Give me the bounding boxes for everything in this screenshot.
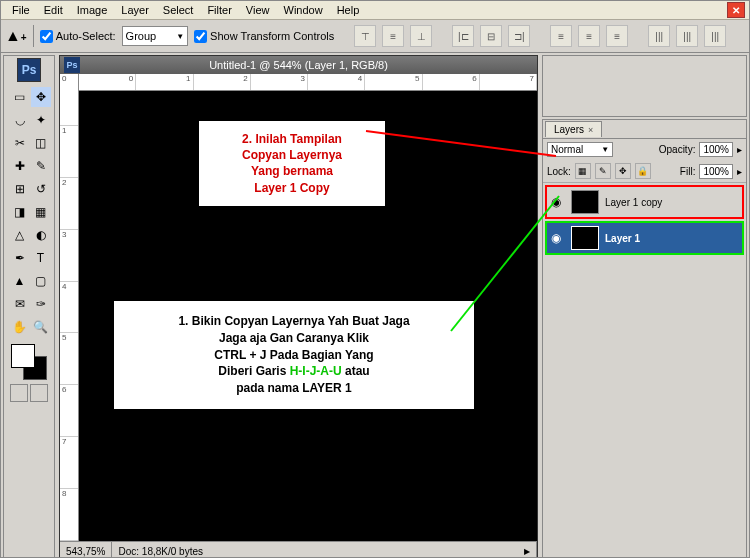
eyedropper-tool[interactable]: ✑: [30, 293, 52, 315]
vertical-ruler: 0 1 2 3 4 5 6 7 8: [60, 74, 79, 541]
lasso-tool[interactable]: ◡: [9, 109, 31, 131]
zoom-tool[interactable]: 🔍: [30, 316, 52, 338]
menu-select[interactable]: Select: [156, 2, 201, 18]
align-vcenter-icon[interactable]: ≡: [382, 25, 404, 47]
marquee-tool[interactable]: ▭: [9, 86, 31, 108]
document-window: Ps Untitled-1 @ 544% (Layer 1, RGB/8) 0 …: [59, 55, 538, 558]
fill-value[interactable]: 100%: [699, 164, 733, 179]
document-area: Ps Untitled-1 @ 544% (Layer 1, RGB/8) 0 …: [57, 53, 540, 558]
menu-window[interactable]: Window: [277, 2, 330, 18]
layer-name[interactable]: Layer 1 copy: [605, 197, 662, 208]
show-transform-input[interactable]: [194, 30, 207, 43]
doc-ps-icon: Ps: [64, 57, 80, 73]
hand-tool[interactable]: ✋: [9, 316, 31, 338]
fill-label: Fill:: [680, 166, 696, 177]
tab-layers[interactable]: Layers×: [545, 121, 602, 137]
horizontal-ruler: 0 1 2 3 4 5 6 7: [79, 74, 537, 91]
eraser-tool[interactable]: ◨: [9, 201, 31, 223]
align-left-icon[interactable]: |⊏: [452, 25, 474, 47]
auto-select-input[interactable]: [40, 30, 53, 43]
opacity-label: Opacity:: [659, 144, 696, 155]
menu-image[interactable]: Image: [70, 2, 115, 18]
layer-thumbnail[interactable]: [571, 190, 599, 214]
lock-transparency-icon[interactable]: ▦: [575, 163, 591, 179]
blur-tool[interactable]: △: [9, 224, 31, 246]
menu-view[interactable]: View: [239, 2, 277, 18]
brush-tool[interactable]: ✎: [30, 155, 52, 177]
auto-select-label: Auto-Select:: [56, 30, 116, 42]
menu-layer[interactable]: Layer: [114, 2, 156, 18]
dodge-tool[interactable]: ◐: [30, 224, 52, 246]
layer-thumbnail[interactable]: [571, 226, 599, 250]
history-brush-tool[interactable]: ↺: [30, 178, 52, 200]
layer-item-layer1copy[interactable]: ◉ Layer 1 copy: [545, 185, 744, 219]
document-titlebar[interactable]: Ps Untitled-1 @ 544% (Layer 1, RGB/8): [60, 56, 537, 74]
opacity-value[interactable]: 100%: [699, 142, 733, 157]
app-window: ✕ File Edit Image Layer Select Filter Vi…: [0, 0, 750, 558]
lock-position-icon[interactable]: ✥: [615, 163, 631, 179]
slice-tool[interactable]: ◫: [30, 132, 52, 154]
move-tool[interactable]: ✥: [30, 86, 52, 108]
auto-select-type-value: Group: [126, 30, 157, 42]
color-swatches[interactable]: [11, 344, 47, 380]
menu-filter[interactable]: Filter: [200, 2, 238, 18]
foreground-color[interactable]: [11, 344, 35, 368]
distribute-top-icon[interactable]: ≡: [550, 25, 572, 47]
magic-wand-tool[interactable]: ✦: [30, 109, 52, 131]
auto-select-checkbox[interactable]: Auto-Select:: [40, 30, 116, 43]
lock-pixels-icon[interactable]: ✎: [595, 163, 611, 179]
show-transform-label: Show Transform Controls: [210, 30, 334, 42]
toolbox: Ps ▭ ✥ ◡ ✦ ✂ ◫ ✚ ✎ ⊞ ↺ ◨ ▦ △ ◐ ✒ T ▲ ▢ ✉: [3, 55, 55, 558]
chevron-right-icon[interactable]: ▸: [737, 166, 742, 177]
blend-mode-combo[interactable]: Normal▼: [547, 142, 613, 157]
doc-info-readout[interactable]: Doc: 18,8K/0 bytes ▶: [112, 542, 537, 558]
stamp-tool[interactable]: ⊞: [9, 178, 31, 200]
healing-brush-tool[interactable]: ✚: [9, 155, 31, 177]
align-bottom-icon[interactable]: ⊥: [410, 25, 432, 47]
visibility-toggle-icon[interactable]: ◉: [551, 231, 565, 245]
canvas[interactable]: 2. Inilah Tampilan Copyan Layernya Yang …: [79, 91, 537, 541]
layer-name[interactable]: Layer 1: [605, 233, 640, 244]
menu-edit[interactable]: Edit: [37, 2, 70, 18]
layers-list: ◉ Layer 1 copy ◉ Layer 1: [543, 183, 746, 259]
distribute-bottom-icon[interactable]: ≡: [606, 25, 628, 47]
distribute-vcenter-icon[interactable]: ≡: [578, 25, 600, 47]
align-top-icon[interactable]: ⊤: [354, 25, 376, 47]
zoom-readout[interactable]: 543,75%: [60, 542, 112, 558]
distribute-hcenter-icon[interactable]: |||: [676, 25, 698, 47]
annotation-note-2: 2. Inilah Tampilan Copyan Layernya Yang …: [199, 121, 385, 206]
gradient-tool[interactable]: ▦: [30, 201, 52, 223]
menu-file[interactable]: File: [5, 2, 37, 18]
quickmask-icon[interactable]: [10, 384, 28, 402]
visibility-toggle-icon[interactable]: ◉: [551, 195, 565, 209]
pen-tool[interactable]: ✒: [9, 247, 31, 269]
shape-tool[interactable]: ▢: [30, 270, 52, 292]
show-transform-checkbox[interactable]: Show Transform Controls: [194, 30, 334, 43]
chevron-down-icon: ▼: [601, 145, 609, 154]
annotation-note-1: 1. Bikin Copyan Layernya Yah Buat Jaga J…: [114, 301, 474, 409]
align-right-icon[interactable]: ⊐|: [508, 25, 530, 47]
window-close-button[interactable]: ✕: [727, 2, 745, 18]
separator: [33, 25, 34, 47]
align-hcenter-icon[interactable]: ⊟: [480, 25, 502, 47]
screenmode-icon[interactable]: [30, 384, 48, 402]
lock-label: Lock:: [547, 166, 571, 177]
type-tool[interactable]: T: [30, 247, 52, 269]
chevron-right-icon[interactable]: ▶: [524, 547, 530, 556]
lock-all-icon[interactable]: 🔒: [635, 163, 651, 179]
distribute-right-icon[interactable]: |||: [704, 25, 726, 47]
distribute-left-icon[interactable]: |||: [648, 25, 670, 47]
minimized-panel-1[interactable]: [542, 55, 747, 117]
layer-item-layer1[interactable]: ◉ Layer 1: [545, 221, 744, 255]
chevron-right-icon[interactable]: ▸: [737, 144, 742, 155]
menu-help[interactable]: Help: [330, 2, 367, 18]
notes-tool[interactable]: ✉: [9, 293, 31, 315]
options-bar: ▲+ Auto-Select: Group ▼ Show Transform C…: [1, 20, 749, 53]
status-bar: 543,75% Doc: 18,8K/0 bytes ▶: [60, 541, 537, 558]
crop-tool[interactable]: ✂: [9, 132, 31, 154]
main-area: Ps ▭ ✥ ◡ ✦ ✂ ◫ ✚ ✎ ⊞ ↺ ◨ ▦ △ ◐ ✒ T ▲ ▢ ✉: [1, 53, 749, 558]
menubar: File Edit Image Layer Select Filter View…: [1, 1, 749, 20]
close-icon[interactable]: ×: [588, 125, 593, 135]
auto-select-type-combo[interactable]: Group ▼: [122, 26, 189, 46]
path-select-tool[interactable]: ▲: [9, 270, 31, 292]
